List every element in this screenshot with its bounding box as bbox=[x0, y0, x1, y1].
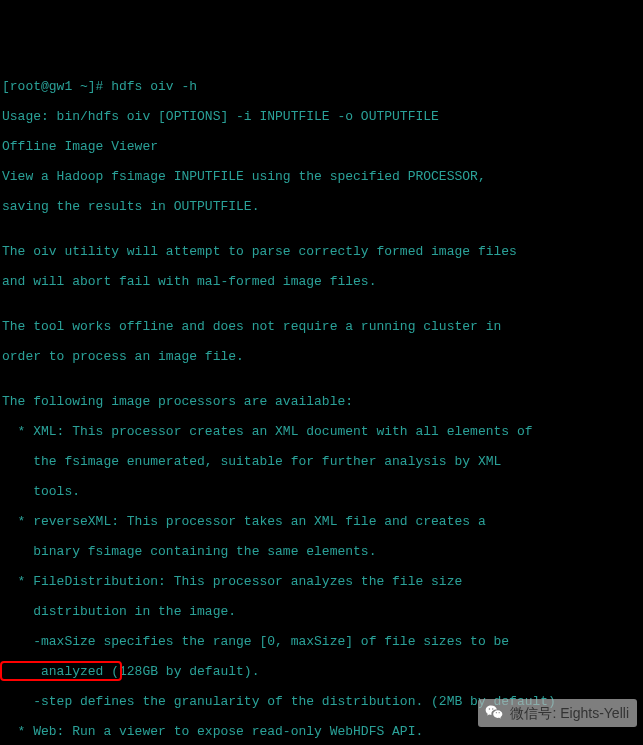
output-line: Usage: bin/hdfs oiv [OPTIONS] -i INPUTFI… bbox=[2, 109, 643, 124]
output-line: and will abort fail with mal-formed imag… bbox=[2, 274, 643, 289]
output-line: View a Hadoop fsimage INPUTFILE using th… bbox=[2, 169, 643, 184]
output-line: * FileDistribution: This processor analy… bbox=[2, 574, 643, 589]
watermark-text: 微信号: Eights-Yelli bbox=[510, 706, 629, 721]
output-line: binary fsimage containing the same eleme… bbox=[2, 544, 643, 559]
wechat-icon bbox=[484, 703, 504, 723]
terminal-output[interactable]: [root@gw1 ~]# hdfs oiv -h Usage: bin/hdf… bbox=[2, 64, 643, 745]
output-line: * reverseXML: This processor takes an XM… bbox=[2, 514, 643, 529]
output-line: tools. bbox=[2, 484, 643, 499]
output-line: The oiv utility will attempt to parse co… bbox=[2, 244, 643, 259]
output-line: distribution in the image. bbox=[2, 604, 643, 619]
output-line: The following image processors are avail… bbox=[2, 394, 643, 409]
output-line: saving the results in OUTPUTFILE. bbox=[2, 199, 643, 214]
output-line: * XML: This processor creates an XML doc… bbox=[2, 424, 643, 439]
watermark: 微信号: Eights-Yelli bbox=[478, 699, 637, 727]
output-line: order to process an image file. bbox=[2, 349, 643, 364]
output-line: the fsimage enumerated, suitable for fur… bbox=[2, 454, 643, 469]
output-line: Offline Image Viewer bbox=[2, 139, 643, 154]
output-line: analyzed (128GB by default). bbox=[2, 664, 643, 679]
output-line: -maxSize specifies the range [0, maxSize… bbox=[2, 634, 643, 649]
prompt-line-1: [root@gw1 ~]# hdfs oiv -h bbox=[2, 79, 643, 94]
output-line: The tool works offline and does not requ… bbox=[2, 319, 643, 334]
